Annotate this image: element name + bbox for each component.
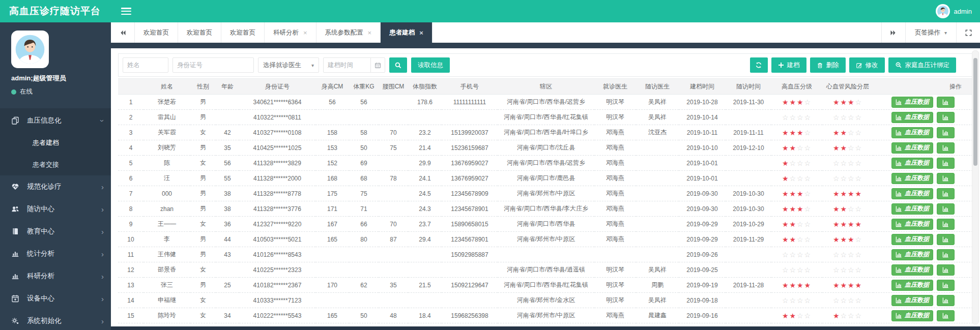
table-row[interactable]: 14申福继女410333******7123河南省/郑州市/金水区明汉琴吴凤祥2… xyxy=(118,293,973,308)
table-row[interactable]: 3关军霞女42410327******0108158587023.2151399… xyxy=(118,125,973,140)
topbar-user-menu[interactable]: admin xyxy=(936,4,980,18)
table-row[interactable]: 10李男44410503******5021165808729.41234567… xyxy=(118,232,973,247)
secondary-data-button[interactable] xyxy=(937,173,955,184)
tab-科研分析-3[interactable]: 科研分析× xyxy=(265,22,316,43)
table-row[interactable]: 9王——女36412327******9220167667023.7158906… xyxy=(118,217,973,232)
doctor-select[interactable]: 选择就诊医生 ▾ xyxy=(258,57,319,73)
secondary-data-button[interactable] xyxy=(937,264,955,276)
bp-data-button[interactable]: 血压数据 xyxy=(891,264,933,276)
bp-data-button[interactable]: 血压数据 xyxy=(891,203,933,215)
secondary-data-button[interactable] xyxy=(937,219,955,230)
bp-data-button[interactable]: 血压数据 xyxy=(891,142,933,154)
tab-欢迎首页-2[interactable]: 欢迎首页 xyxy=(221,22,265,43)
name-filter-input[interactable] xyxy=(123,57,168,73)
sidebar-item-设备中心[interactable]: 设备中心› xyxy=(0,287,111,310)
sidebar-item-随访中心[interactable]: 随访中心› xyxy=(0,198,111,220)
bp-data-button[interactable]: 血压数据 xyxy=(891,234,933,245)
calendar-icon[interactable] xyxy=(370,58,385,72)
scrollbar-thumb[interactable] xyxy=(973,58,977,166)
table-row[interactable]: 12邵景香女410225******2323河南省/周口市/西华县/逍遥镇明汉琴… xyxy=(118,262,973,278)
cell-doctor: 明汉琴 xyxy=(594,95,636,110)
star-empty-icon: ☆ xyxy=(789,251,797,259)
cell-bmi: 23.2 xyxy=(408,125,442,140)
secondary-data-button[interactable] xyxy=(937,188,955,199)
table-row[interactable]: 2雷其山男410322******0811河南省/周口市/西华县/红花集镇明汉琴… xyxy=(118,110,973,125)
bp-data-button[interactable]: 血压数据 xyxy=(891,249,933,260)
secondary-data-button[interactable] xyxy=(937,280,955,291)
sidebar-item-科研分析[interactable]: 科研分析› xyxy=(0,265,111,287)
sidebar-item-系统初始化[interactable]: 系统初始化› xyxy=(0,310,111,330)
bp-data-button[interactable]: 血压数据 xyxy=(891,295,933,306)
sidebar-item-label: 规范化诊疗 xyxy=(27,182,94,191)
search-button[interactable] xyxy=(389,57,407,73)
tab-operations-dropdown[interactable]: 页签操作 ▾ xyxy=(905,22,956,43)
bp-data-button[interactable]: 血压数据 xyxy=(891,158,933,169)
sidebar-subitem-患者交接[interactable]: 患者交接 xyxy=(0,154,111,175)
tab-欢迎首页-0[interactable]: 欢迎首页 xyxy=(135,22,178,43)
bind-bp-monitor-button[interactable]: 家庭血压计绑定 xyxy=(888,57,957,73)
bp-data-button[interactable]: 血压数据 xyxy=(891,280,933,291)
secondary-data-button[interactable] xyxy=(937,310,955,321)
table-row[interactable]: 8zhan男38411328******37761717124.31234567… xyxy=(118,201,973,217)
read-info-button[interactable]: 读取信息 xyxy=(411,57,450,73)
secondary-data-button[interactable] xyxy=(937,295,955,306)
table-row[interactable]: 6汪男55411328******2000168687824.113676959… xyxy=(118,171,973,186)
secondary-data-button[interactable] xyxy=(937,112,955,123)
sidebar-subitem-患者建档[interactable]: 患者建档 xyxy=(0,132,111,154)
bp-data-button[interactable]: 血压数据 xyxy=(891,173,933,184)
star-empty-icon: ☆ xyxy=(855,129,863,137)
sidebar-item-血压信息化[interactable]: 血压信息化› xyxy=(0,109,111,132)
table-row[interactable]: 7000男38411328******87781757524.512345678… xyxy=(118,186,973,201)
table-row[interactable]: 5陈女56411328******38291526929.91367695902… xyxy=(118,156,973,171)
bp-data-button[interactable]: 血压数据 xyxy=(891,112,933,123)
hypertension-grade-stars: ★★☆☆ xyxy=(771,140,822,156)
edit-button[interactable]: 修改 xyxy=(849,57,885,73)
tabs-scroll-right-button[interactable] xyxy=(881,22,905,43)
star-empty-icon: ☆ xyxy=(804,220,812,228)
cell-height: 56 xyxy=(315,95,349,110)
cell-followup_doctor: 沈亚杰 xyxy=(636,125,679,140)
secondary-data-button[interactable] xyxy=(937,234,955,245)
secondary-data-button[interactable] xyxy=(937,249,955,260)
table-header-row: 姓名性别年龄身份证号身高CM体重KG腰围CM体脂指数手机号辖区就诊医生随访医生建… xyxy=(118,79,973,95)
close-tab-icon[interactable]: × xyxy=(419,29,423,36)
secondary-data-button[interactable] xyxy=(937,158,955,169)
close-tab-icon[interactable]: × xyxy=(368,29,372,36)
table-row[interactable]: 15陈玲玲女34410222******5543165504818.415968… xyxy=(118,308,973,323)
bp-data-button[interactable]: 血压数据 xyxy=(891,310,933,321)
idcard-filter-input[interactable] xyxy=(172,57,254,73)
record-date-input[interactable]: 建档时间 xyxy=(323,57,385,73)
cell-followed: 2019-10-30 xyxy=(726,186,771,201)
column-header-辖区: 辖区 xyxy=(498,79,594,95)
create-record-button[interactable]: 建档 xyxy=(771,57,806,73)
secondary-data-button[interactable] xyxy=(937,203,955,215)
table-row[interactable]: 4刘晓芳男35410425******1025153507521.4152361… xyxy=(118,140,973,156)
bp-data-button[interactable]: 血压数据 xyxy=(891,219,933,230)
sidebar-item-统计分析[interactable]: 统计分析› xyxy=(0,243,111,265)
secondary-data-button[interactable] xyxy=(937,142,955,154)
close-tab-icon[interactable]: × xyxy=(303,29,307,36)
star-empty-icon: ☆ xyxy=(840,296,848,305)
secondary-data-button[interactable] xyxy=(937,127,955,138)
refresh-button[interactable] xyxy=(750,57,768,73)
bp-data-button[interactable]: 血压数据 xyxy=(891,188,933,199)
fullscreen-button[interactable] xyxy=(956,22,980,43)
tab-欢迎首页-1[interactable]: 欢迎首页 xyxy=(178,22,221,43)
bp-data-button[interactable]: 血压数据 xyxy=(891,97,933,108)
hamburger-menu-icon[interactable] xyxy=(121,8,131,15)
bp-data-button[interactable]: 血压数据 xyxy=(891,127,933,138)
tabs-scroll-left-button[interactable] xyxy=(111,22,135,43)
cell-followed xyxy=(726,110,771,125)
delete-button[interactable]: 删除 xyxy=(810,57,846,73)
table-row[interactable]: 13张三男25410182******2367170623521.5150921… xyxy=(118,278,973,293)
sidebar-item-规范化诊疗[interactable]: 规范化诊疗› xyxy=(0,175,111,198)
tab-患者建档-5[interactable]: 患者建档× xyxy=(381,22,433,43)
secondary-data-button[interactable] xyxy=(937,97,955,108)
vertical-scrollbar[interactable] xyxy=(972,50,979,324)
table-row[interactable]: 11王伟健男43410126******8543150929858872019-… xyxy=(118,247,973,262)
sidebar-item-教育中心[interactable]: 教育中心› xyxy=(0,220,111,243)
tab-系统参数配置-4[interactable]: 系统参数配置× xyxy=(316,22,381,43)
table-row[interactable]: 1张楚若男340621******63645656178.61111111111… xyxy=(118,95,973,110)
search-icon xyxy=(394,62,402,69)
sidebar-expanded-block: 血压信息化›患者建档患者交接 xyxy=(0,108,111,175)
